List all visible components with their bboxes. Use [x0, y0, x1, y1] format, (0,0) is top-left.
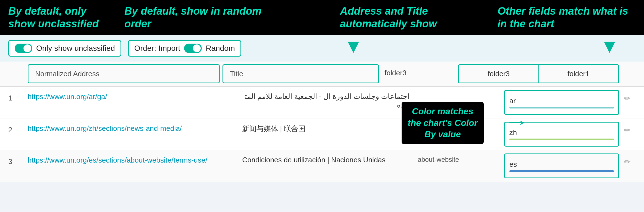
address-title-arrow-area: ▼: [241, 35, 465, 54]
row-title: اجتماعات وجلسات الدورة ال - الجمعية العا…: [242, 92, 415, 109]
table-row: 1 https://www.un.org/ar/ga/ اجتماعات وجل…: [0, 87, 644, 118]
row-title: Condiciones de utilización | Naciones Un…: [242, 156, 415, 164]
row-address: https://www.un.org/es/sections/about-web…: [28, 156, 242, 165]
color-annotation-box: Color matchesthe chart's ColorBy value: [402, 102, 484, 144]
annotation-1: By default, only show unclassified: [8, 5, 108, 30]
down-arrow-other-fields: ▼: [600, 38, 619, 54]
table-row: 2 https://www.un.org/zh/sections/news-an…: [0, 118, 644, 150]
row-number: 2: [8, 124, 28, 134]
color-annotation-text: Color matchesthe chart's ColorBy value: [408, 106, 478, 140]
order-toggle[interactable]: [184, 44, 202, 53]
row-folder1-box: es: [504, 153, 619, 178]
color-bar: [509, 107, 614, 108]
row-action[interactable]: ✏: [619, 124, 636, 135]
col-title-header: Title: [222, 64, 379, 83]
edit-icon[interactable]: ✏: [624, 157, 630, 166]
table-wrapper: Normalized Address Title folder3 folder3…: [0, 62, 644, 182]
annotation-3: Address and Title automatically show: [340, 5, 473, 30]
color-bar: [509, 170, 614, 172]
annotation-4: Other fields match what is in the chart: [498, 5, 636, 30]
edit-icon[interactable]: ✏: [624, 126, 630, 135]
order-control: Order: Import Random: [128, 40, 241, 57]
row-number: 1: [8, 92, 28, 102]
edit-icon[interactable]: ✏: [624, 94, 630, 103]
annotation-2: By default, show in random order: [124, 5, 268, 30]
row-address: https://www.un.org/ar/ga/: [28, 92, 242, 101]
address-link[interactable]: https://www.un.org/es/sections/about-web…: [28, 156, 207, 164]
col-action-header: [619, 62, 636, 86]
row-address: https://www.un.org/zh/sections/news-and-…: [28, 124, 242, 133]
unclassified-toggle[interactable]: [15, 44, 32, 53]
order-import-label: Order: Import: [134, 44, 180, 53]
color-annotation-arrow: →: [504, 112, 529, 131]
col-folder1-label: folder1: [539, 65, 618, 83]
other-fields-arrow-area: ▼: [600, 35, 619, 54]
row-folder1-box: ar: [504, 90, 619, 115]
row-action[interactable]: ✏: [619, 156, 636, 166]
table-row: 3 https://www.un.org/es/sections/about-w…: [0, 150, 644, 182]
row-folder3: about-website: [415, 156, 504, 163]
folder1-value: es: [509, 160, 614, 169]
col-folder3-label: folder3: [459, 65, 539, 83]
col-address-header: Normalized Address: [28, 64, 220, 83]
address-link[interactable]: https://www.un.org/zh/sections/news-and-…: [28, 124, 182, 132]
only-show-unclassified-control: Only show unclassified: [8, 40, 121, 57]
col-num-header: [8, 62, 28, 86]
folder1-value: ar: [509, 97, 614, 105]
unclassified-toggle-label: Only show unclassified: [36, 44, 115, 53]
row-action[interactable]: ✏: [619, 92, 636, 103]
down-arrow-address-title: ▼: [344, 38, 363, 54]
address-link[interactable]: https://www.un.org/ar/ga/: [28, 92, 107, 101]
color-bar: [509, 139, 614, 140]
column-headers: Normalized Address Title folder3 folder3…: [0, 62, 644, 87]
order-random-label: Random: [206, 44, 235, 53]
row-number: 3: [8, 156, 28, 166]
row-title: 新闻与媒体 | 联合国: [242, 124, 415, 134]
header-banner: By default, only show unclassified By de…: [0, 0, 644, 35]
col-folder3-header: folder3: [382, 64, 458, 83]
folder-header-box: folder3 folder1: [458, 64, 619, 83]
